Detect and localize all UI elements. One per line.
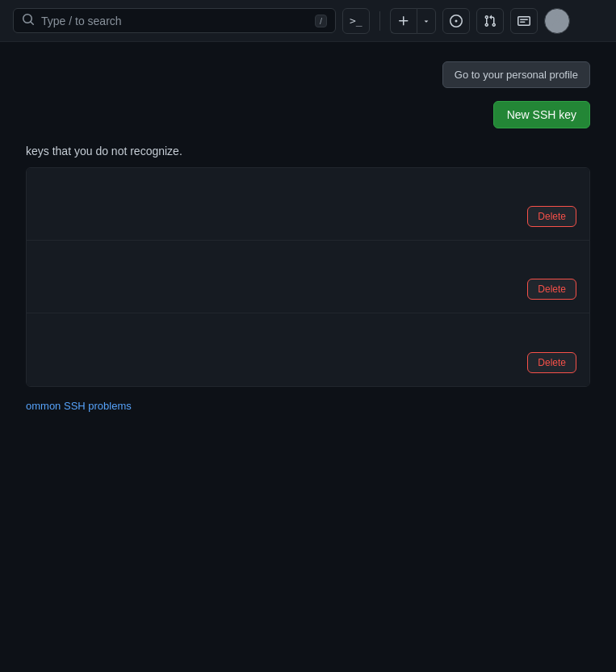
avatar[interactable] <box>544 8 570 34</box>
search-kbd-hint: / <box>315 15 327 27</box>
inbox-button[interactable] <box>510 8 538 34</box>
new-ssh-key-button[interactable]: New SSH key <box>493 101 590 128</box>
main-content: Go to your personal profile New SSH key … <box>0 42 616 431</box>
delete-button-3[interactable]: Delete <box>527 352 576 373</box>
delete-button-1[interactable]: Delete <box>527 206 576 227</box>
new-caret-button[interactable] <box>417 8 436 34</box>
new-plus-button[interactable] <box>390 8 417 34</box>
new-menu-group <box>390 8 436 34</box>
issues-button[interactable] <box>442 8 470 34</box>
profile-btn-row: Go to your personal profile <box>26 61 590 88</box>
ssh-key-list: Delete Delete Delete <box>26 167 590 387</box>
nav-divider-1 <box>379 11 380 31</box>
new-ssh-key-row: New SSH key <box>26 101 590 128</box>
delete-button-2[interactable]: Delete <box>527 279 576 300</box>
pull-requests-button[interactable] <box>476 8 504 34</box>
go-to-profile-button[interactable]: Go to your personal profile <box>442 61 590 88</box>
search-bar[interactable]: Type / to search / <box>13 8 336 33</box>
search-icon <box>22 13 35 28</box>
ssh-key-item: Delete <box>27 241 589 313</box>
ssh-key-item: Delete <box>27 313 589 386</box>
ssh-key-item: Delete <box>27 168 589 241</box>
search-input-placeholder: Type / to search <box>41 15 308 27</box>
terminal-button[interactable]: >_ <box>342 8 370 34</box>
ssh-problems-link[interactable]: ommon SSH problems <box>26 400 132 412</box>
navbar: Type / to search / >_ <box>0 0 616 42</box>
warning-text: keys that you do not recognize. <box>26 145 590 158</box>
